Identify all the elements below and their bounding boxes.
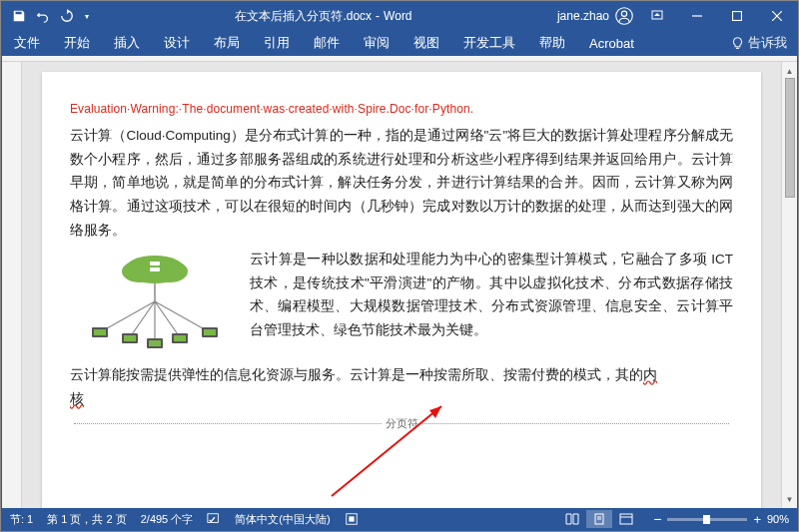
tab-references[interactable]: 引用 <box>252 30 302 56</box>
window-title: 在文本后插入分页符.docx - Word <box>94 8 553 25</box>
qat-customize-icon[interactable]: ▾ <box>80 5 94 27</box>
status-language[interactable]: 简体中文(中国大陆) <box>235 512 330 527</box>
paragraph-3: 云计算能按需提供弹性的信息化资源与服务。云计算是一种按需所取、按需付费的模式，其… <box>70 363 733 410</box>
word-app-window: ▾ 在文本后插入分页符.docx - Word jane.zhao 文件 开始 … <box>1 1 798 531</box>
zoom-level[interactable]: 90% <box>767 513 789 525</box>
zoom-slider-knob[interactable] <box>703 515 710 524</box>
tab-review[interactable]: 审阅 <box>352 30 401 56</box>
ribbon-options-icon[interactable] <box>637 2 677 30</box>
spellcheck-underline-2: 核 <box>70 391 84 406</box>
paragraph-2-wrap: 云计算是一种以数据和处理能力为中心的密集型计算模式，它融合了多项 ICT 技术，… <box>70 248 733 357</box>
tell-me-search[interactable]: 告诉我 <box>721 34 797 52</box>
tab-insert[interactable]: 插入 <box>102 30 152 56</box>
paragraph-3-text: 云计算能按需提供弹性的信息化资源与服务。云计算是一种按需所取、按需付费的模式，其… <box>70 367 643 382</box>
zoom-out-button[interactable]: − <box>653 511 661 527</box>
tab-home[interactable]: 开始 <box>52 30 102 56</box>
svg-rect-10 <box>150 262 160 266</box>
zoom-in-button[interactable]: + <box>753 512 761 527</box>
scroll-up-icon[interactable]: ▲ <box>783 64 797 78</box>
page-break-marker: 分页符 <box>70 416 733 431</box>
svg-rect-11 <box>150 267 160 271</box>
page-break-label: 分页符 <box>386 416 418 431</box>
maximize-icon[interactable] <box>717 2 757 30</box>
svg-rect-18 <box>124 335 136 341</box>
window-controls <box>637 2 797 30</box>
document-name: 在文本后插入分页符.docx <box>235 8 372 25</box>
zoom-slider[interactable] <box>667 518 747 521</box>
title-separator: - <box>376 9 380 23</box>
svg-rect-19 <box>149 340 161 346</box>
view-print-layout-icon[interactable] <box>586 510 612 528</box>
svg-rect-20 <box>174 335 186 341</box>
svg-rect-4 <box>733 12 742 21</box>
app-name: Word <box>384 9 411 23</box>
svg-rect-26 <box>349 516 354 521</box>
status-section[interactable]: 节: 1 <box>10 512 33 527</box>
undo-icon[interactable] <box>32 5 54 27</box>
scrollbar-track[interactable] <box>783 78 797 492</box>
tab-file[interactable]: 文件 <box>2 30 52 56</box>
view-read-mode-icon[interactable] <box>559 510 585 528</box>
spellcheck-underline-1: 内 <box>643 367 657 382</box>
cloud-computing-image <box>70 248 240 357</box>
svg-rect-30 <box>620 514 632 524</box>
paragraph-1: 云计算（Cloud·Computing）是分布式计算的一种，指的是通过网络"云"… <box>70 124 733 242</box>
document-scroll[interactable]: Evaluation·Warning:·The·document·was·cre… <box>22 62 781 508</box>
page-break-dots-right <box>422 423 730 424</box>
close-icon[interactable] <box>757 2 797 30</box>
tab-layout[interactable]: 布局 <box>202 30 252 56</box>
svg-rect-17 <box>94 329 106 335</box>
vertical-ruler[interactable] <box>2 62 22 508</box>
save-icon[interactable] <box>8 5 30 27</box>
svg-rect-24 <box>208 514 219 523</box>
evaluation-warning: Evaluation·Warning:·The·document·was·cre… <box>70 102 733 116</box>
user-avatar-icon <box>615 7 633 25</box>
status-word-count[interactable]: 2/495 个字 <box>141 512 194 527</box>
spellcheck-icon[interactable] <box>207 512 221 526</box>
tab-developer[interactable]: 开发工具 <box>451 30 527 56</box>
svg-rect-21 <box>204 329 216 335</box>
paragraph-2: 云计算是一种以数据和处理能力为中心的密集型计算模式，它融合了多项 ICT 技术，… <box>250 248 733 357</box>
user-name: jane.zhao <box>557 9 609 23</box>
view-web-layout-icon[interactable] <box>613 510 639 528</box>
scroll-down-icon[interactable]: ▼ <box>783 492 797 506</box>
document-area: Evaluation·Warning:·The·document·was·cre… <box>2 62 797 508</box>
page[interactable]: Evaluation·Warning:·The·document·was·cre… <box>42 72 761 508</box>
redo-icon[interactable] <box>56 5 78 27</box>
macro-icon[interactable] <box>345 512 359 526</box>
quick-access-toolbar: ▾ <box>2 5 94 27</box>
tab-acrobat[interactable]: Acrobat <box>577 30 646 56</box>
view-buttons <box>559 510 639 528</box>
title-bar: ▾ 在文本后插入分页符.docx - Word jane.zhao <box>2 2 797 30</box>
status-bar: 节: 1 第 1 页，共 2 页 2/495 个字 简体中文(中国大陆) − +… <box>2 508 797 530</box>
minimize-icon[interactable] <box>677 2 717 30</box>
tab-view[interactable]: 视图 <box>401 30 451 56</box>
scrollbar-thumb[interactable] <box>785 78 795 198</box>
tell-me-label: 告诉我 <box>748 34 787 52</box>
status-page[interactable]: 第 1 页，共 2 页 <box>47 512 126 527</box>
annotation-arrow <box>312 396 471 506</box>
tab-design[interactable]: 设计 <box>152 30 202 56</box>
ribbon-tabs: 文件 开始 插入 设计 布局 引用 邮件 审阅 视图 开发工具 帮助 Acrob… <box>2 30 797 56</box>
lightbulb-icon <box>731 37 744 50</box>
zoom-controls: − + 90% <box>653 511 789 527</box>
vertical-scrollbar[interactable]: ▲ ▼ <box>781 62 797 508</box>
user-area[interactable]: jane.zhao <box>553 7 637 25</box>
tab-mailings[interactable]: 邮件 <box>302 30 352 56</box>
tab-help[interactable]: 帮助 <box>527 30 577 56</box>
svg-point-1 <box>621 11 626 16</box>
page-break-dots-left <box>74 423 382 424</box>
